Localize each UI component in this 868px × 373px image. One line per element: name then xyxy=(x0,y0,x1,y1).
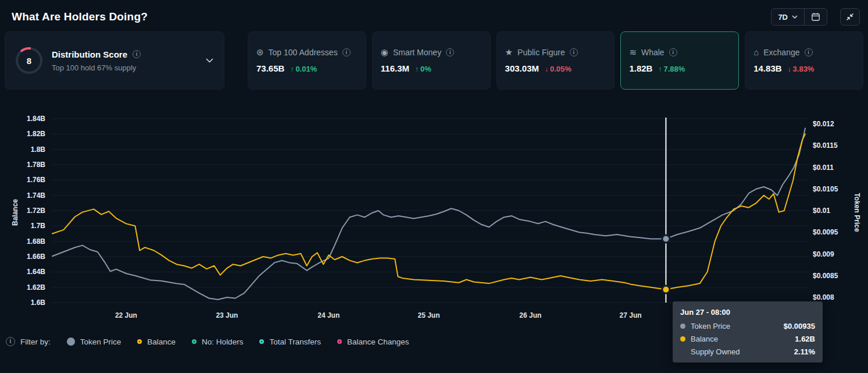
up-arrow-icon: ↑ xyxy=(658,65,662,73)
stat-label: Whale xyxy=(641,48,665,57)
legend-label: Token Price xyxy=(80,338,122,346)
public-figure-icon: ★ xyxy=(505,48,513,56)
top-100-addresses-icon: ⊛ xyxy=(256,48,264,56)
svg-text:$0.011: $0.011 xyxy=(813,164,834,172)
stats-cards-row: 8 Distribution Score i Top 100 hold 67% … xyxy=(0,31,868,90)
svg-text:1.82B: 1.82B xyxy=(27,130,45,138)
svg-text:1.6B: 1.6B xyxy=(31,299,46,307)
chevron-down-icon[interactable] xyxy=(206,58,213,63)
legend-item-balance-changes[interactable]: Balance Changes xyxy=(337,338,409,346)
info-icon[interactable]: i xyxy=(6,337,15,346)
tooltip-label: Balance xyxy=(691,335,718,343)
token-price-dot-icon xyxy=(680,324,685,329)
up-arrow-icon: ↑ xyxy=(415,65,419,73)
collapse-button[interactable] xyxy=(840,8,860,26)
tooltip-value: 2.11% xyxy=(794,347,815,356)
timeframe-group: 7D xyxy=(771,8,827,26)
legend-item-total-transfers[interactable]: Total Transfers xyxy=(259,338,321,346)
distribution-subtitle: Top 100 hold 67% supply xyxy=(52,63,141,72)
svg-text:$0.0095: $0.0095 xyxy=(813,228,838,236)
stat-change: ↑7.88% xyxy=(658,65,685,73)
stat-value: 303.03M xyxy=(505,63,539,73)
stat-change: ↑0.01% xyxy=(290,65,317,73)
tooltip-value: $0.00935 xyxy=(784,322,815,331)
stat-label: Public Figure xyxy=(517,48,565,57)
stat-value: 73.65B xyxy=(256,63,284,73)
legend-label: Balance xyxy=(147,338,176,346)
stat-card-whale[interactable]: ≋ Whale i 1.82B ↑7.88% xyxy=(620,31,739,90)
info-icon[interactable]: i xyxy=(342,48,351,56)
holders-ring-icon xyxy=(192,339,197,344)
info-icon[interactable]: i xyxy=(805,48,813,56)
balance-dot-icon xyxy=(680,336,685,342)
tooltip-row-supply-owned: Supply Owned 2.11% xyxy=(680,347,815,356)
token-price-dot-icon xyxy=(67,338,75,346)
svg-text:$0.0105: $0.0105 xyxy=(813,185,838,193)
svg-text:$0.008: $0.008 xyxy=(813,293,834,301)
timeframe-select[interactable]: 7D xyxy=(771,9,804,25)
info-icon[interactable]: i xyxy=(669,48,677,56)
svg-text:1.66B: 1.66B xyxy=(27,253,45,261)
svg-text:1.72B: 1.72B xyxy=(27,207,45,215)
stat-value: 1.82B xyxy=(629,63,652,73)
exchange-icon: ⌂ xyxy=(753,48,759,56)
legend-item-token-price[interactable]: Token Price xyxy=(67,338,122,346)
holders-dashboard: What Are Holders Doing? 7D xyxy=(0,0,868,373)
legend-label: Balance Changes xyxy=(347,338,409,346)
svg-text:$0.01: $0.01 xyxy=(813,207,830,215)
legend-item-no-holders[interactable]: No: Holders xyxy=(192,338,243,346)
balance-changes-ring-icon xyxy=(337,339,342,344)
distribution-score-value: 8 xyxy=(16,47,42,74)
stat-card-exchange[interactable]: ⌂ Exchange i 14.83B ↓3.83% xyxy=(745,31,863,90)
tooltip-label: Supply Owned xyxy=(691,347,740,356)
svg-text:$0.009: $0.009 xyxy=(813,250,834,258)
filter-by-label: i Filter by: xyxy=(6,337,51,346)
svg-text:1.76B: 1.76B xyxy=(27,176,45,184)
svg-text:25 Jun: 25 Jun xyxy=(417,311,440,319)
legend-label: No: Holders xyxy=(202,338,243,346)
balance-ring-icon xyxy=(137,339,142,344)
stat-change: ↓0.05% xyxy=(545,65,571,73)
stat-card-top-100-addresses[interactable]: ⊛ Top 100 Addresses i 73.65B ↑0.01% xyxy=(248,31,366,90)
svg-text:1.68B: 1.68B xyxy=(27,237,45,246)
down-arrow-icon: ↓ xyxy=(788,65,791,73)
smart-money-icon: ◉ xyxy=(381,48,388,56)
chart-canvas[interactable]: 1.84B1.82B1.8B1.78B1.76B1.74B1.72B1.7B1.… xyxy=(0,111,868,332)
down-arrow-icon: ↓ xyxy=(545,65,548,73)
whale-icon: ≋ xyxy=(629,48,637,56)
calendar-button[interactable] xyxy=(804,9,827,25)
stat-change: ↓3.83% xyxy=(788,65,815,73)
chart-tooltip: Jun 27 - 08:00 Token Price $0.00935 Bala… xyxy=(673,301,823,363)
info-icon[interactable]: i xyxy=(446,48,454,56)
distribution-score-label: Distribution Score xyxy=(52,49,127,59)
stat-label: Exchange xyxy=(763,48,799,57)
svg-text:23 Jun: 23 Jun xyxy=(216,311,238,319)
svg-text:1.7B: 1.7B xyxy=(31,222,46,230)
tooltip-row-balance: Balance 1.62B xyxy=(680,335,815,343)
chevron-down-icon xyxy=(792,15,798,19)
info-icon[interactable]: i xyxy=(133,50,141,58)
calendar-icon xyxy=(811,12,820,22)
svg-text:1.74B: 1.74B xyxy=(27,191,45,200)
svg-text:1.84B: 1.84B xyxy=(27,115,45,123)
tooltip-title: Jun 27 - 08:00 xyxy=(680,308,815,317)
stat-card-smart-money[interactable]: ◉ Smart Money i 116.3M ↑0% xyxy=(372,31,491,90)
tooltip-row-token-price: Token Price $0.00935 xyxy=(680,322,815,331)
page-title: What Are Holders Doing? xyxy=(12,10,148,23)
svg-text:22 Jun: 22 Jun xyxy=(115,311,137,319)
tooltip-label: Token Price xyxy=(691,322,730,331)
svg-text:$0.0085: $0.0085 xyxy=(813,272,838,280)
distribution-score-gauge: 8 xyxy=(16,47,42,74)
stat-card-public-figure[interactable]: ★ Public Figure i 303.03M ↓0.05% xyxy=(496,31,615,90)
stat-value: 116.3M xyxy=(381,63,409,73)
svg-text:1.78B: 1.78B xyxy=(27,161,45,169)
distribution-score-card[interactable]: 8 Distribution Score i Top 100 hold 67% … xyxy=(5,31,224,90)
header: What Are Holders Doing? 7D xyxy=(0,0,868,31)
legend-item-balance[interactable]: Balance xyxy=(137,338,176,346)
tooltip-value: 1.62B xyxy=(795,335,815,343)
svg-text:1.64B: 1.64B xyxy=(27,268,45,276)
holders-chart[interactable]: 1.84B1.82B1.8B1.78B1.76B1.74B1.72B1.7B1.… xyxy=(0,111,868,332)
info-icon[interactable]: i xyxy=(570,48,578,56)
timeframe-label: 7D xyxy=(778,13,788,22)
svg-text:24 Jun: 24 Jun xyxy=(317,311,340,319)
